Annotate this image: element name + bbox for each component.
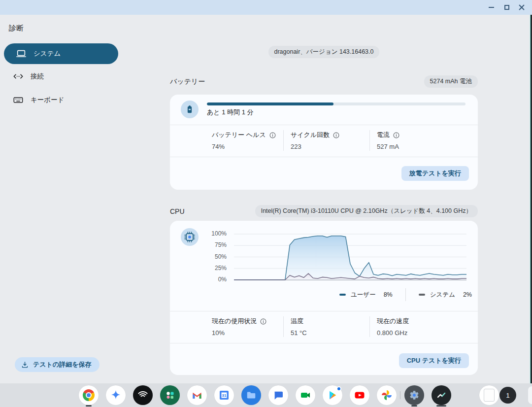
screen: 診断 システム 接続 キーボード dragonair、バージョン 143.164… [0,0,532,407]
battery-progress-fill [207,102,333,105]
shelf-app-settings[interactable] [404,385,424,405]
stat-label: 現在の使用状況 [212,317,257,326]
sidebar-item-keyboard[interactable]: キーボード [4,92,118,108]
cpu-section-label: CPU [170,207,185,215]
stat-label: 現在の速度 [377,317,409,326]
diagnostics-app: 診断 システム 接続 キーボード dragonair、バージョン 143.164… [0,15,532,383]
files-folder-icon [246,390,257,401]
shelf-app-gemini[interactable] [106,385,126,405]
legend-user: ユーザー 8% [339,291,393,299]
ytick-75: 75% [211,241,227,248]
shelf-app-screencast[interactable] [133,385,153,405]
ytick-25: 25% [211,265,227,271]
sidebar-item-system[interactable]: システム [4,43,118,64]
cpu-usage-stat: 現在の使用状況 10% [212,317,267,337]
stat-value: 527 mA [377,143,400,150]
stat-value: 10% [212,329,267,337]
close-button[interactable] [515,0,528,15]
cycle-count-stat: サイクル回数 223 [291,131,340,150]
svg-text:31: 31 [222,393,227,398]
laptop-icon [16,48,27,59]
legend-label: ユーザー [351,291,376,299]
shelf-app-chat[interactable] [268,385,288,405]
chat-bubble-icon [273,390,284,401]
stat-label: 電流 [377,131,390,139]
window-titlebar [0,0,532,15]
shelf: 31 [0,383,532,407]
status-tray-partial[interactable] [528,386,532,404]
shelf-app-meet[interactable] [296,385,315,405]
page-title: 診断 [9,24,24,33]
cpu-card: 100% 75% 50% 25% 0% ユーザー 8% システム 2% [170,221,478,375]
battery-progress-bar [207,102,466,105]
current-stat: 電流 527 mA [377,131,400,150]
gear-icon [409,390,420,401]
shelf-app-play-store[interactable] [323,385,342,405]
holding-space-tray[interactable] [479,385,499,405]
calendar-icon: 31 [218,389,230,401]
battery-card: あと 1 時間 1 分 バッテリー ヘルス 74% サイクル回数 223 [170,95,478,190]
download-icon [21,361,29,369]
chart-legend: ユーザー 8% システム 2% [170,288,472,301]
family-link-icon [164,389,176,401]
photos-pinwheel-icon [381,389,393,401]
youtube-icon [354,389,366,401]
settings-running-indicator [411,405,417,407]
sidebar-item-label: キーボード [31,96,64,104]
screencast-arcs-icon [137,389,149,401]
battery-health-stat: バッテリー ヘルス 74% [212,131,276,150]
shelf-app-youtube[interactable] [350,385,369,405]
meet-camera-icon [299,389,311,401]
shelf-app-photos[interactable] [377,385,397,405]
sidebar-item-connectivity[interactable]: 接続 [4,68,118,85]
shelf-app-calendar[interactable]: 31 [214,385,234,405]
chrome-running-indicator [86,405,92,407]
info-icon[interactable] [332,132,340,139]
screenshot-thumbnail-icon [484,389,495,402]
cpu-usage-chart [234,234,466,280]
user-legend-dash [339,294,346,296]
run-cpu-test-button[interactable]: CPU テストを実行 [399,353,469,368]
sidebar-item-label: システム [33,49,61,58]
diagnostics-running-indicator [436,405,446,407]
ytick-50: 50% [211,253,227,260]
minimize-icon [489,7,494,8]
shelf-separator [400,391,400,399]
stat-value: 0.800 GHz [377,329,409,337]
minimize-button[interactable] [485,0,498,15]
legend-value: 2% [463,291,472,298]
cpu-model-chip: Intel(R) Core(TM) i3-10110U CPU @ 2.10GH… [255,205,478,217]
battery-section-label: バッテリー [170,77,205,86]
battery-capacity-chip: 5274 mAh 電池 [424,75,478,88]
legend-label: システム [430,291,455,299]
notification-counter[interactable]: 1 [499,387,516,404]
ytick-0: 0% [211,276,227,283]
keyboard-icon [13,95,24,105]
stat-value: 51 °C [291,329,307,337]
shelf-app-files[interactable] [241,385,261,405]
battery-stats-row: バッテリー ヘルス 74% サイクル回数 223 電流 [170,125,478,156]
chrome-icon [83,389,95,401]
legend-value: 8% [384,291,393,298]
diagnostics-trend-icon [435,389,447,401]
run-discharge-test-button[interactable]: 放電テストを実行 [401,166,469,181]
maximize-icon [504,5,509,10]
save-test-details-button[interactable]: テストの詳細を保存 [15,357,100,372]
maximize-button[interactable] [500,0,513,15]
info-icon[interactable] [269,132,276,139]
stat-label: バッテリー ヘルス [212,131,266,139]
legend-system: システム 2% [419,291,472,299]
info-icon[interactable] [260,318,267,325]
sidebar-item-label: 接続 [31,72,44,81]
stat-value: 74% [212,143,276,150]
shelf-app-family-link[interactable] [160,385,180,405]
save-button-label: テストの詳細を保存 [33,360,92,369]
battery-time-remaining: あと 1 時間 1 分 [207,108,254,117]
battery-icon [181,101,199,118]
shelf-app-gmail[interactable] [187,385,207,405]
info-icon[interactable] [393,132,400,139]
shelf-app-diagnostics[interactable] [432,385,451,405]
shelf-app-chrome[interactable] [79,385,99,405]
play-store-icon [327,389,338,401]
gemini-spark-icon [110,389,122,401]
